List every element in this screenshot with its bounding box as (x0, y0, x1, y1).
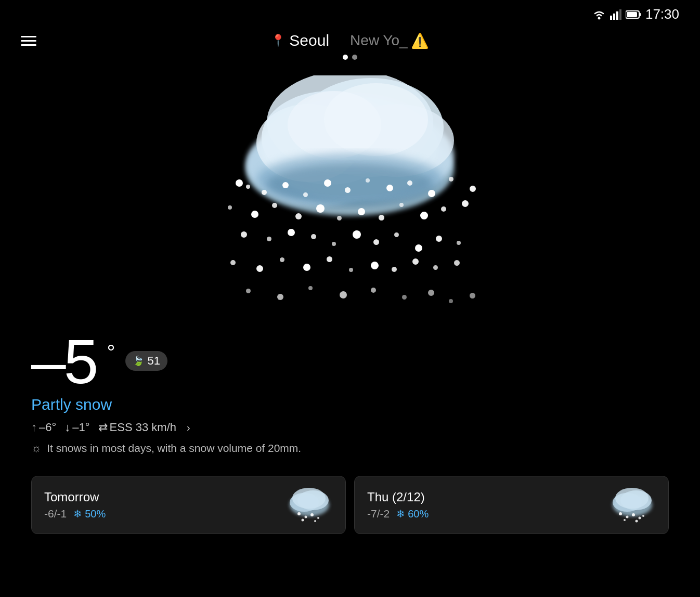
forecast-temps-thursday: -7/-2 ❄ 60% (367, 508, 429, 520)
snow-dot (457, 241, 461, 245)
snow-dot (332, 242, 336, 246)
condition-label: Partly snow (31, 396, 669, 413)
snow-dot (449, 177, 453, 181)
svg-point-27 (310, 513, 314, 516)
hamburger-line-2 (21, 40, 36, 42)
snow-dot (371, 262, 379, 269)
svg-point-24 (292, 488, 326, 509)
forecast-icon-tomorrow (286, 487, 333, 523)
menu-button[interactable] (21, 36, 36, 46)
leaf-icon: 🍃 (133, 355, 144, 367)
forecast-temps-tomorrow: -6/-1 ❄ 50% (44, 508, 106, 520)
snow-dot (316, 204, 325, 213)
snow-dot (433, 265, 438, 270)
svg-point-26 (305, 516, 307, 518)
svg-point-39 (624, 519, 626, 521)
svg-point-29 (302, 519, 304, 522)
snow-dot (337, 216, 342, 220)
snow-dot (241, 231, 247, 238)
svg-point-0 (598, 17, 600, 19)
status-icons: 17:30 (592, 6, 679, 22)
snow-dot (246, 289, 251, 293)
svg-point-36 (626, 516, 629, 518)
svg-point-30 (314, 520, 316, 522)
dot-2[interactable] (352, 55, 357, 60)
svg-point-38 (639, 517, 641, 520)
warning-icon: ⚠️ (411, 32, 429, 49)
city-tab-newyork[interactable]: New Yo_ ⚠️ (350, 32, 429, 49)
snow-dot (353, 230, 361, 239)
snow-dot (420, 212, 428, 219)
page-dots (0, 55, 700, 60)
city-name-newyork: New Yo_ (350, 32, 408, 49)
wind-direction-icon: ⇄ (98, 421, 108, 434)
snow-dot (462, 200, 469, 207)
dot-1[interactable] (343, 55, 348, 60)
svg-point-37 (632, 513, 635, 516)
snow-dot (256, 265, 263, 272)
high-temp-detail: ↑ –6° (31, 421, 56, 434)
snow-particles (220, 174, 480, 330)
signal-icon (610, 9, 621, 20)
svg-rect-2 (613, 14, 615, 20)
snow-dot (412, 258, 419, 265)
snow-dot (366, 178, 370, 183)
snow-dot (282, 182, 289, 188)
pin-icon: 📍 (271, 34, 285, 47)
snow-dot (407, 180, 412, 186)
snow-dot (267, 237, 271, 241)
weather-visual (0, 60, 700, 330)
snow-dot (345, 187, 351, 193)
forecast-snow-thursday: ❄ 60% (396, 508, 429, 520)
snow-dot (394, 232, 399, 237)
forecast-row: Tomorrow -6/-1 ❄ 50% (31, 476, 669, 534)
snow-dot (449, 299, 453, 303)
forecast-card-tomorrow[interactable]: Tomorrow -6/-1 ❄ 50% (31, 476, 346, 534)
details-chevron[interactable]: › (187, 422, 190, 434)
svg-point-41 (642, 515, 644, 517)
city-tabs: 📍 Seoul New Yo_ ⚠️ (271, 32, 429, 49)
temperature-value: –5 (31, 330, 96, 393)
degree-symbol: ° (107, 341, 115, 364)
snow-dot (288, 229, 295, 236)
snow-dot (303, 192, 308, 197)
low-temp-detail: ↓ –1° (64, 421, 89, 434)
forecast-day-thursday: Thu (2/12) (367, 490, 429, 504)
snow-dot (392, 267, 397, 272)
snow-dot (295, 213, 302, 219)
forecast-card-thursday[interactable]: Thu (2/12) -7/-2 ❄ 60% (354, 476, 669, 534)
svg-point-28 (317, 517, 319, 519)
svg-point-18 (324, 83, 428, 156)
snow-dot (379, 215, 384, 220)
status-time: 17:30 (645, 6, 679, 22)
svg-rect-7 (627, 12, 637, 17)
snow-dot (327, 256, 332, 262)
snow-dot (280, 257, 284, 262)
snow-icon-tomorrow: ❄ (73, 508, 82, 520)
forecast-day-tomorrow: Tomorrow (44, 490, 106, 504)
sun-icon: ☼ (31, 442, 42, 455)
snow-dot (349, 268, 353, 272)
svg-point-25 (297, 512, 301, 515)
forecast-info-thursday: Thu (2/12) -7/-2 ❄ 60% (367, 490, 429, 520)
arrow-up-icon: ↑ (31, 421, 37, 434)
snow-dot (340, 291, 347, 298)
snow-info-text: It snows in most days, with a snow volum… (47, 442, 301, 455)
snow-info-row: ☼ It snows in most days, with a snow vol… (31, 442, 669, 455)
weather-details: ↑ –6° ↓ –1° ⇄ ESS 33 km/h › (31, 421, 669, 434)
status-bar: 17:30 (0, 0, 700, 27)
aqi-badge: 🍃 51 (125, 351, 167, 371)
city-tab-seoul[interactable]: 📍 Seoul (271, 32, 329, 49)
hamburger-line-1 (21, 36, 36, 37)
forecast-icon-thursday (609, 487, 656, 523)
wind-detail: ⇄ ESS 33 km/h (98, 421, 176, 434)
svg-rect-4 (619, 9, 621, 20)
snow-dot (358, 208, 365, 215)
header-nav: 📍 Seoul New Yo_ ⚠️ (0, 27, 700, 49)
snow-dot (402, 295, 407, 300)
temp-row: –5 ° 🍃 51 (31, 330, 669, 393)
snow-dot (246, 185, 250, 189)
snow-dot (272, 203, 277, 208)
snow-dot (277, 294, 283, 300)
snow-dot (428, 290, 434, 296)
